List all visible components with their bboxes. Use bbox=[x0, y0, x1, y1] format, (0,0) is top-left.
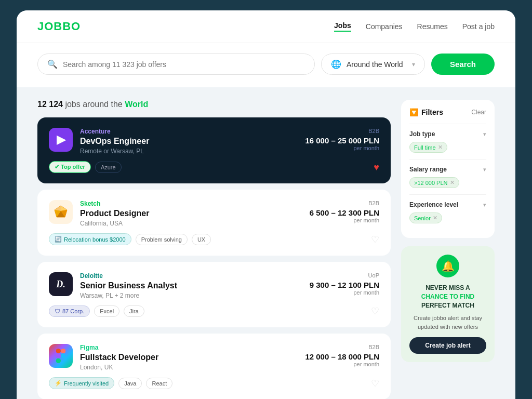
job-card-sketch[interactable]: Sketch Product Designer California, USA … bbox=[37, 190, 391, 256]
deloitte-icon: D. bbox=[56, 279, 65, 290]
relocation-tag: 🔄 Relocation bonus $2000 bbox=[49, 233, 131, 245]
job-info: Deloitte Senior Business Analyst Warsaw,… bbox=[80, 272, 302, 299]
content-area: 12 124 jobs around the World ▶ Accenture… bbox=[17, 87, 515, 399]
job-card-top: D. Deloitte Senior Business Analyst Wars… bbox=[49, 272, 379, 299]
job-location: London, UK bbox=[80, 364, 298, 371]
heart-icon[interactable]: ♡ bbox=[371, 234, 379, 245]
job-card-bottom: ✔ Top offer Azure bbox=[49, 161, 379, 173]
b2corp-tag: 🛡 87 Corp. bbox=[49, 305, 90, 317]
search-icon: 🔍 bbox=[47, 59, 58, 69]
chevron-down-icon: ▾ bbox=[483, 131, 486, 138]
tag-problem-solving: Problem solving bbox=[136, 234, 188, 245]
filters-header: 🔽 Filters Clear bbox=[409, 108, 486, 116]
salary-range: 9 300 – 12 100 PLN bbox=[310, 281, 379, 289]
alert-title: NEVER MISS A CHANCE TO FIND PERFECT MATC… bbox=[409, 284, 486, 310]
heart-icon[interactable]: ♡ bbox=[371, 378, 379, 389]
create-alert-button[interactable]: Create job alert bbox=[409, 337, 486, 354]
search-button[interactable]: Search bbox=[431, 54, 495, 75]
remove-chip-senior[interactable]: ✕ bbox=[433, 215, 437, 221]
filter-group-header[interactable]: Salary range ▾ bbox=[409, 166, 486, 173]
accenture-icon: ▶ bbox=[57, 133, 65, 147]
tag-jira: Jira bbox=[124, 305, 144, 317]
world-highlight: World bbox=[125, 100, 148, 109]
job-info: Figma Fullstack Developer London, UK bbox=[80, 344, 298, 371]
filter-group-salary: Salary range ▾ >12 000 PLN ✕ bbox=[409, 159, 486, 194]
filter-chip-senior: Senior ✕ bbox=[409, 212, 442, 223]
company-logo-sketch bbox=[49, 200, 73, 224]
b2corp-icon: 🛡 bbox=[55, 308, 60, 314]
globe-icon: 🌐 bbox=[331, 59, 341, 69]
search-input[interactable] bbox=[63, 60, 305, 69]
filter-group-header[interactable]: Job type ▾ bbox=[409, 130, 486, 138]
filter-group-header[interactable]: Experience level ▾ bbox=[409, 201, 486, 208]
search-input-wrap[interactable]: 🔍 bbox=[37, 54, 315, 75]
chevron-down-icon: ▾ bbox=[483, 202, 486, 208]
filter-chip-salary: >12 000 PLN ✕ bbox=[409, 177, 459, 188]
remove-chip-salary[interactable]: ✕ bbox=[450, 179, 455, 186]
salary-period: per month bbox=[310, 289, 379, 296]
bell-icon: 🔔 bbox=[436, 255, 459, 277]
alert-card: 🔔 NEVER MISS A CHANCE TO FIND PERFECT MA… bbox=[401, 246, 495, 362]
company-name: Figma bbox=[80, 344, 298, 351]
salary-period: per month bbox=[305, 145, 379, 151]
filter-group-experience: Experience level ▾ Senior ✕ bbox=[409, 194, 486, 230]
job-type: B2B bbox=[310, 200, 379, 206]
remove-chip-fulltime[interactable]: ✕ bbox=[438, 144, 443, 151]
sketch-gem-icon bbox=[52, 204, 69, 220]
job-info: Accenture DevOps Engineer Remote or Wars… bbox=[80, 128, 298, 155]
sidebar: 🔽 Filters Clear Job type ▾ Full time ✕ bbox=[401, 100, 495, 399]
nav-post-job[interactable]: Post a job bbox=[462, 22, 495, 31]
nav-companies[interactable]: Companies bbox=[366, 22, 403, 31]
frequent-tag: ⚡ Frequently visited bbox=[49, 377, 114, 389]
salary-range: 6 500 – 12 300 PLN bbox=[310, 208, 379, 217]
job-card-bottom: ⚡ Frequently visited Java React bbox=[49, 377, 379, 389]
filter-label-job-type: Job type bbox=[409, 130, 435, 138]
heart-icon[interactable]: ♡ bbox=[371, 305, 379, 317]
job-card-bottom: 🛡 87 Corp. Excel Jira bbox=[49, 305, 379, 317]
filter-icon: 🔽 bbox=[409, 108, 418, 116]
job-card-top: Sketch Product Designer California, USA … bbox=[49, 200, 379, 227]
salary-area: UoP 9 300 – 12 100 PLN per month bbox=[310, 272, 379, 296]
salary-range: 16 000 – 25 000 PLN bbox=[305, 136, 379, 145]
svg-rect-7 bbox=[61, 349, 65, 353]
job-card-figma[interactable]: Figma Fullstack Developer London, UK B2B… bbox=[37, 334, 391, 399]
location-dropdown[interactable]: 🌐 Around the World ▾ bbox=[321, 54, 425, 75]
frequent-icon: ⚡ bbox=[55, 380, 62, 387]
tag-excel: Excel bbox=[94, 305, 119, 317]
clear-button[interactable]: Clear bbox=[471, 109, 486, 116]
filter-group-job-type: Job type ▾ Full time ✕ bbox=[409, 124, 486, 159]
job-card-bottom: 🔄 Relocation bonus $2000 Problem solving… bbox=[49, 233, 379, 245]
job-type: B2B bbox=[305, 128, 379, 134]
svg-rect-9 bbox=[56, 358, 61, 363]
filters-card: 🔽 Filters Clear Job type ▾ Full time ✕ bbox=[401, 100, 495, 238]
search-area: 🔍 🌐 Around the World ▾ Search bbox=[17, 43, 515, 87]
alert-desc: Create jobbo alert and stay updated with… bbox=[409, 314, 486, 331]
job-location: Remote or Warsaw, PL bbox=[80, 148, 298, 155]
salary-area: B2B 6 500 – 12 300 PLN per month bbox=[310, 200, 379, 223]
company-name: Sketch bbox=[80, 200, 302, 207]
company-logo-deloitte: D. bbox=[49, 272, 73, 296]
jobs-number: 12 124 bbox=[37, 100, 63, 109]
job-card-accenture[interactable]: ▶ Accenture DevOps Engineer Remote or Wa… bbox=[37, 117, 391, 183]
job-info: Sketch Product Designer California, USA bbox=[80, 200, 302, 227]
job-title: Product Designer bbox=[80, 209, 302, 218]
figma-icon bbox=[54, 349, 68, 363]
salary-range: 12 000 – 18 000 PLN bbox=[305, 352, 379, 361]
salary-area: B2B 16 000 – 25 000 PLN per month bbox=[305, 128, 379, 151]
company-name: Deloitte bbox=[80, 272, 302, 280]
nav-jobs[interactable]: Jobs bbox=[334, 21, 351, 32]
jobs-count: 12 124 jobs around the World bbox=[37, 100, 391, 109]
company-logo-figma bbox=[49, 344, 73, 368]
job-title: Fullstack Developer bbox=[80, 353, 298, 362]
svg-point-10 bbox=[61, 353, 65, 358]
nav-resumes[interactable]: Resumes bbox=[417, 22, 448, 31]
job-type: UoP bbox=[310, 272, 379, 278]
company-name: Accenture bbox=[80, 128, 298, 135]
top-offer-tag: ✔ Top offer bbox=[49, 161, 91, 173]
job-card-deloitte[interactable]: D. Deloitte Senior Business Analyst Wars… bbox=[37, 262, 391, 327]
tag-azure: Azure bbox=[95, 162, 122, 173]
job-title: Senior Business Analyst bbox=[80, 281, 302, 290]
heart-icon[interactable]: ♥ bbox=[374, 162, 379, 173]
filters-title: 🔽 Filters bbox=[409, 108, 443, 116]
job-card-top: Figma Fullstack Developer London, UK B2B… bbox=[49, 344, 379, 371]
